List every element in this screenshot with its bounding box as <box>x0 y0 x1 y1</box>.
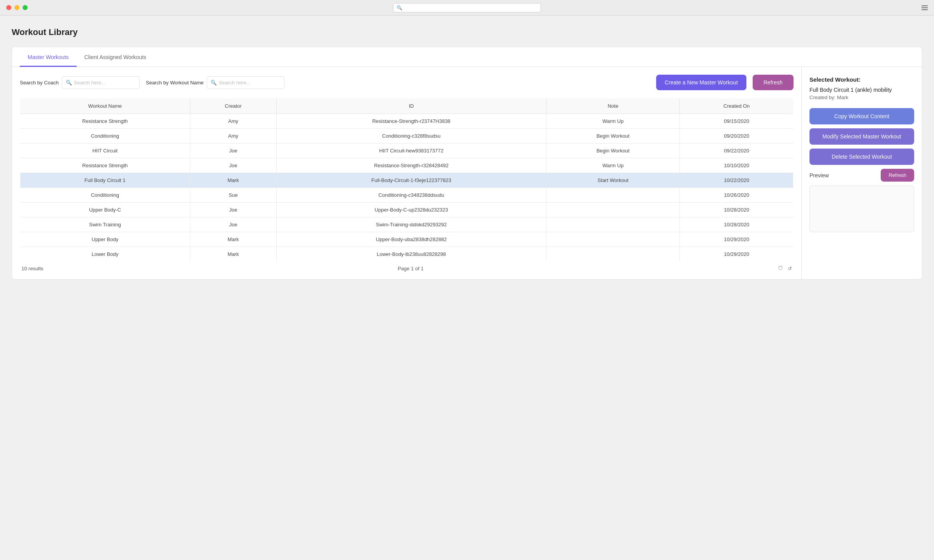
table-row[interactable]: ConditioningAmyConditioning-c328f8sudsuB… <box>20 129 794 144</box>
table-row[interactable]: Lower BodyMarkLower-Body-lb238uu82828298… <box>20 247 794 262</box>
table-cell-id: Resistance-Strength-r23747H3838 <box>276 114 546 129</box>
table-row[interactable]: Swim TrainingJoeSwim-Training-stdskd2929… <box>20 217 794 232</box>
modify-workout-button[interactable]: Modify Selected Master Workout <box>809 128 914 145</box>
col-header-creator: Creator <box>190 98 276 114</box>
preview-label: Preview <box>809 172 829 178</box>
table-cell-creator: Joe <box>190 217 276 232</box>
table-cell-creator: Joe <box>190 158 276 173</box>
traffic-light-yellow[interactable] <box>14 5 19 10</box>
table-cell-createdOn: 10/29/2020 <box>680 247 794 262</box>
address-bar-search-icon: 🔍 <box>397 5 402 10</box>
tab-master-workouts[interactable]: Master Workouts <box>20 47 77 67</box>
table-cell-id: Upper-Body-uba2838dh282882 <box>276 232 546 247</box>
search-coach-icon: 🔍 <box>66 80 72 86</box>
table-row[interactable]: Resistance StrengthAmyResistance-Strengt… <box>20 114 794 129</box>
page-title: Workout Library <box>12 27 922 37</box>
table-cell-name: HIIT Circuit <box>20 144 190 158</box>
menu-icon[interactable] <box>922 5 928 10</box>
traffic-light-green[interactable] <box>23 5 28 10</box>
table-cell-note: Start Workout <box>546 173 680 188</box>
table-cell-creator: Amy <box>190 129 276 144</box>
reload-icon[interactable]: ↺ <box>788 266 792 271</box>
content-area: Search by Coach 🔍 Search by Workout Name… <box>12 67 922 279</box>
result-count: 10 results <box>21 266 43 271</box>
traffic-lights <box>6 5 28 10</box>
table-cell-createdOn: 10/26/2020 <box>680 188 794 203</box>
title-bar: 🔍 <box>0 0 934 16</box>
table-cell-note <box>546 232 680 247</box>
table-cell-name: Swim Training <box>20 217 190 232</box>
table-cell-creator: Amy <box>190 114 276 129</box>
table-cell-name: Resistance Strength <box>20 158 190 173</box>
right-panel: Selected Workout: Full Body Circuit 1 (a… <box>801 67 922 279</box>
table-cell-id: Lower-Body-lb238uu82828298 <box>276 247 546 262</box>
table-cell-id: Upper-Body-C-up2328du232323 <box>276 203 546 217</box>
col-header-created-on: Created On <box>680 98 794 114</box>
table-cell-creator: Joe <box>190 144 276 158</box>
search-name-icon: 🔍 <box>211 80 217 86</box>
table-row[interactable]: Resistance StrengthJoeResistance-Strengt… <box>20 158 794 173</box>
table-cell-creator: Joe <box>190 203 276 217</box>
table-cell-createdOn: 10/28/2020 <box>680 203 794 217</box>
traffic-light-red[interactable] <box>6 5 11 10</box>
copy-workout-button[interactable]: Copy Workout Content <box>809 108 914 124</box>
table-cell-createdOn: 10/10/2020 <box>680 158 794 173</box>
table-row[interactable]: Upper Body-CJoeUpper-Body-C-up2328du2323… <box>20 203 794 217</box>
table-cell-note <box>546 203 680 217</box>
preview-row: Preview Refresh <box>809 169 914 182</box>
table-footer-right: ⛉ ↺ <box>778 266 792 271</box>
workouts-table: Workout Name Creator ID Note Created On … <box>20 98 794 262</box>
selected-workout-name: Full Body Circuit 1 (ankle) mobility <box>809 87 914 93</box>
search-name-input[interactable] <box>207 76 284 89</box>
search-coach-label: Search by Coach <box>20 80 59 86</box>
table-row[interactable]: Upper BodyMarkUpper-Body-uba2838dh282882… <box>20 232 794 247</box>
table-cell-createdOn: 09/20/2020 <box>680 129 794 144</box>
search-by-coach-group: Search by Coach 🔍 <box>20 76 140 89</box>
table-cell-creator: Mark <box>190 232 276 247</box>
col-header-name: Workout Name <box>20 98 190 114</box>
pagination: Page 1 of 1 <box>398 266 424 271</box>
table-row[interactable]: HIIT CircuitJoeHIIT Circuit-hew938317377… <box>20 144 794 158</box>
table-cell-createdOn: 09/15/2020 <box>680 114 794 129</box>
create-master-workout-button[interactable]: Create a New Master Workout <box>656 75 746 90</box>
table-cell-id: Resistance-Strength-r328428492 <box>276 158 546 173</box>
table-cell-name: Full Body Circuit 1 <box>20 173 190 188</box>
created-by-label: Created by: <box>809 94 836 100</box>
table-cell-name: Upper Body <box>20 232 190 247</box>
table-cell-note: Begin Workout <box>546 144 680 158</box>
table-footer: 10 results Page 1 of 1 ⛉ ↺ <box>20 262 794 271</box>
table-cell-name: Resistance Strength <box>20 114 190 129</box>
table-cell-creator: Mark <box>190 247 276 262</box>
table-cell-note: Warm Up <box>546 114 680 129</box>
main-card: Master Workouts Client Assigned Workouts… <box>12 47 922 280</box>
table-cell-id: Conditioning-c348238ddsudu <box>276 188 546 203</box>
table-cell-note: Begin Workout <box>546 129 680 144</box>
table-cell-createdOn: 10/22/2020 <box>680 173 794 188</box>
search-name-input-wrapper: 🔍 <box>207 76 284 89</box>
table-cell-note <box>546 247 680 262</box>
table-cell-createdOn: 09/22/2020 <box>680 144 794 158</box>
table-cell-createdOn: 10/28/2020 <box>680 217 794 232</box>
search-coach-input[interactable] <box>62 76 140 89</box>
tabs-row: Master Workouts Client Assigned Workouts <box>12 47 922 67</box>
address-bar[interactable]: 🔍 <box>393 3 541 12</box>
refresh-button-preview[interactable]: Refresh <box>881 169 914 182</box>
table-cell-id: Full-Body-Circuit-1-f3eje122377823 <box>276 173 546 188</box>
col-header-id: ID <box>276 98 546 114</box>
table-row[interactable]: Full Body Circuit 1MarkFull-Body-Circuit… <box>20 173 794 188</box>
search-by-name-group: Search by Workout Name 🔍 <box>146 76 285 89</box>
selected-workout-creator: Created by: Mark <box>809 94 914 100</box>
left-panel: Search by Coach 🔍 Search by Workout Name… <box>12 67 801 279</box>
table-cell-note <box>546 217 680 232</box>
refresh-button-top[interactable]: Refresh <box>753 75 794 90</box>
table-row[interactable]: ConditioningSueConditioning-c348238ddsud… <box>20 188 794 203</box>
selected-workout-creator-name: Mark <box>837 94 848 100</box>
tab-client-assigned-workouts[interactable]: Client Assigned Workouts <box>77 47 154 67</box>
table-cell-id: Swim-Training-stdskd29293292 <box>276 217 546 232</box>
table-cell-name: Conditioning <box>20 129 190 144</box>
filter-icon[interactable]: ⛉ <box>778 266 783 271</box>
table-cell-note: Warm Up <box>546 158 680 173</box>
table-cell-createdOn: 10/29/2020 <box>680 232 794 247</box>
delete-workout-button[interactable]: Delete Selected Workout <box>809 149 914 165</box>
search-coach-input-wrapper: 🔍 <box>62 76 140 89</box>
